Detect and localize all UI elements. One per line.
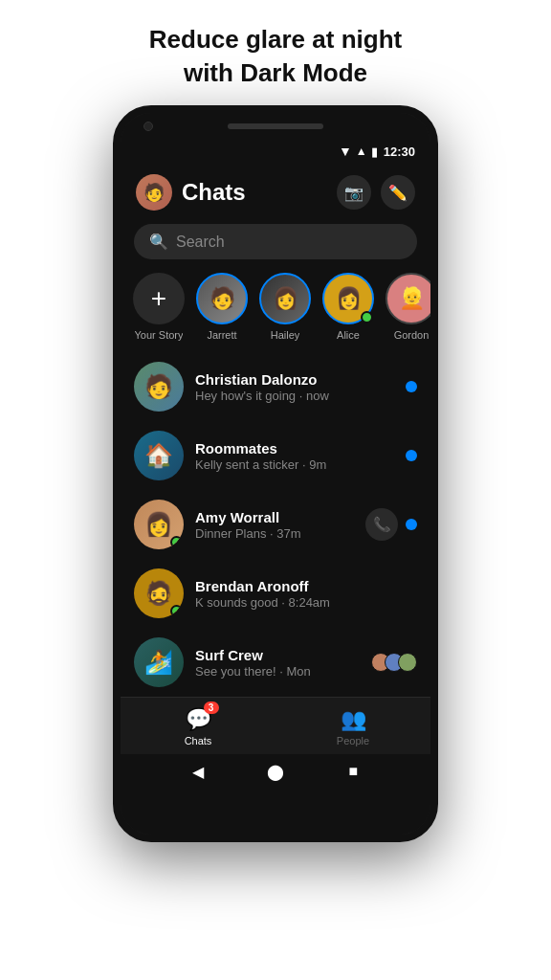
chat-info-amy: Amy Worrall Dinner Plans · 37m [195, 509, 354, 541]
nav-item-chats[interactable]: 💬 3 Chats [121, 698, 276, 754]
headline-line2: with Dark Mode [184, 58, 367, 87]
camera-dot [143, 122, 153, 131]
chat-item-christian[interactable]: 🧑 Christian Dalonzo Hey how's it going ·… [121, 352, 430, 421]
chats-nav-icon: 💬 3 [186, 707, 211, 732]
edit-button[interactable]: ✏️ [381, 175, 415, 210]
app-header: 🧑 Chats 📷 ✏️ [121, 165, 430, 218]
chat-item-surf[interactable]: 🏄 Surf Crew See you there! · Mon [121, 628, 430, 697]
story-item-hailey[interactable]: 👩 Hailey [260, 273, 310, 341]
chats-badge: 3 [204, 702, 219, 714]
chat-meta-amy: 📞 [365, 508, 417, 541]
your-story-label: Your Story [135, 329, 184, 341]
back-button[interactable]: ◀ [188, 762, 208, 781]
android-nav: ◀ ⬤ ■ [121, 754, 430, 789]
home-icon: ⬤ [267, 763, 284, 781]
unread-dot-christian [406, 381, 417, 392]
story-circle-hailey: 👩 [259, 273, 311, 324]
chat-preview-christian: Hey how's it going · now [195, 389, 394, 403]
notch-bar [228, 123, 323, 129]
status-bar: ▼ ▲ ▮ 12:30 [121, 140, 430, 165]
alice-label: Alice [337, 329, 360, 341]
jarrett-label: Jarrett [207, 329, 236, 341]
chat-info-christian: Christian Dalonzo Hey how's it going · n… [195, 371, 394, 403]
story-avatar-wrap-gordon: 👱 [386, 273, 430, 324]
alice-online-dot [361, 311, 373, 323]
stories-row: + Your Story 🧑 Jarrett 👩 Hailey � [121, 269, 430, 352]
story-avatar-wrap-hailey: 👩 [259, 273, 311, 324]
story-item-alice[interactable]: 👩 Alice [323, 273, 373, 341]
story-avatar-wrap-jarrett: 🧑 [196, 273, 248, 324]
story-item-your-story[interactable]: + Your Story [134, 273, 184, 341]
search-bar[interactable]: 🔍 Search [134, 224, 417, 259]
camera-button[interactable]: 📷 [337, 175, 371, 210]
chat-item-amy[interactable]: 👩 Amy Worrall Dinner Plans · 37m 📞 [121, 490, 430, 559]
chat-meta-christian [406, 381, 417, 392]
search-placeholder: Search [176, 234, 225, 251]
header-actions: 📷 ✏️ [337, 175, 415, 210]
recent-icon: ■ [348, 763, 358, 780]
headline: Reduce glare at night with Dark Mode [111, 0, 440, 105]
chat-meta-roommates [406, 450, 417, 461]
surf-mini-av-3 [398, 653, 417, 672]
chat-info-surf: Surf Crew See you there! · Mon [195, 647, 360, 679]
brendan-online-dot [170, 605, 183, 617]
phone-notch [121, 113, 430, 140]
chat-preview-amy: Dinner Plans · 37m [195, 526, 354, 541]
chat-list: 🧑 Christian Dalonzo Hey how's it going ·… [121, 352, 430, 697]
chat-preview-surf: See you there! · Mon [195, 664, 360, 679]
bottom-nav: 💬 3 Chats 👥 People [121, 697, 430, 754]
call-button-amy[interactable]: 📞 [365, 508, 398, 541]
signal-icon: ▲ [356, 145, 367, 158]
amy-online-dot [170, 536, 183, 548]
people-nav-icon: 👥 [341, 707, 366, 732]
status-icons: ▼ ▲ ▮ [339, 144, 378, 159]
app-screen: 🧑 Chats 📷 ✏️ 🔍 Search + Your Story 🧑 [121, 165, 430, 835]
story-circle-gordon: 👱 [386, 273, 430, 324]
chat-name-roommates: Roommates [195, 440, 394, 457]
unread-dot-amy [406, 519, 417, 530]
chat-avatar-surf: 🏄 [134, 637, 184, 687]
headline-line1: Reduce glare at night [149, 25, 402, 54]
user-avatar[interactable]: 🧑 [136, 174, 172, 211]
chat-meta-surf [371, 653, 417, 672]
chat-avatar-christian: 🧑 [134, 362, 184, 412]
back-icon: ◀ [192, 763, 204, 781]
chat-name-brendan: Brendan Aronoff [195, 578, 406, 594]
chat-avatar-roommates: 🏠 [134, 431, 184, 480]
unread-dot-roommates [406, 450, 417, 461]
chat-name-christian: Christian Dalonzo [195, 371, 394, 388]
chat-name-amy: Amy Worrall [195, 509, 354, 525]
nav-item-people[interactable]: 👥 People [276, 698, 430, 754]
surf-group-avatars [371, 653, 417, 672]
battery-icon: ▮ [371, 145, 378, 159]
chats-nav-label: Chats [185, 735, 212, 746]
gordon-label: Gordon [394, 329, 430, 341]
chat-preview-roommates: Kelly sent a sticker · 9m [195, 457, 394, 472]
chat-avatar-brendan: 🧔 [134, 568, 184, 618]
people-nav-label: People [337, 735, 369, 746]
chat-item-roommates[interactable]: 🏠 Roommates Kelly sent a sticker · 9m [121, 421, 430, 490]
story-item-jarrett[interactable]: 🧑 Jarrett [197, 273, 247, 341]
recent-button[interactable]: ■ [343, 762, 363, 781]
chat-avatar-amy: 👩 [134, 500, 184, 549]
home-button[interactable]: ⬤ [266, 762, 285, 781]
story-avatar-wrap-alice: 👩 [322, 273, 374, 324]
chat-info-brendan: Brendan Aronoff K sounds good · 8:24am [195, 578, 406, 610]
wifi-icon: ▼ [339, 144, 352, 159]
story-circle-jarrett: 🧑 [196, 273, 248, 324]
chat-preview-brendan: K sounds good · 8:24am [195, 595, 406, 610]
phone-frame: ▼ ▲ ▮ 12:30 🧑 Chats 📷 ✏️ 🔍 Search + Yo [113, 105, 438, 842]
chat-info-roommates: Roommates Kelly sent a sticker · 9m [195, 440, 394, 472]
add-story-button[interactable]: + [133, 273, 185, 324]
chat-item-brendan[interactable]: 🧔 Brendan Aronoff K sounds good · 8:24am [121, 559, 430, 628]
chat-name-surf: Surf Crew [195, 647, 360, 663]
hailey-label: Hailey [271, 329, 300, 341]
search-icon: 🔍 [149, 233, 168, 251]
story-item-gordon[interactable]: 👱 Gordon [386, 273, 430, 341]
app-title: Chats [182, 179, 337, 206]
status-time: 12:30 [384, 145, 415, 159]
